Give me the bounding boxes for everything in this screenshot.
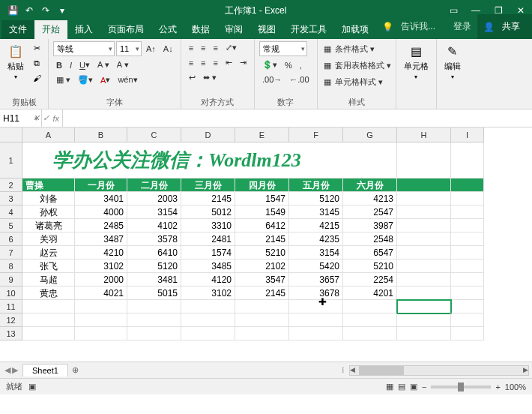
cell[interactable] — [235, 300, 289, 314]
cell[interactable] — [127, 300, 181, 314]
col-header-A[interactable]: A — [22, 128, 75, 142]
cell[interactable] — [343, 300, 397, 314]
tab-formulas[interactable]: 公式 — [151, 20, 184, 39]
h-scroll-thumb[interactable] — [359, 366, 404, 375]
fill-color-icon[interactable]: 🪣▾ — [75, 74, 96, 86]
cell[interactable]: 3987 — [343, 219, 397, 232]
cancel-fx-icon[interactable]: ✕ — [33, 113, 40, 123]
cell[interactable]: 4201 — [343, 286, 397, 300]
phonetic-icon[interactable]: wén▾ — [115, 74, 140, 86]
font-effect-a-icon[interactable]: A ▾ — [114, 58, 132, 71]
cell[interactable]: 2000 — [75, 273, 127, 286]
cell[interactable]: 四月份 — [235, 178, 289, 192]
cell[interactable]: 3678 — [289, 286, 343, 300]
row-headers[interactable]: 12345678910111213 — [0, 142, 22, 340]
cell[interactable]: 5012 — [181, 206, 235, 219]
cell[interactable] — [451, 260, 484, 273]
align-middle-icon[interactable]: ≡ — [198, 42, 208, 54]
cell[interactable]: 3145 — [289, 206, 343, 219]
col-header-G[interactable]: G — [343, 128, 397, 142]
font-name-select[interactable]: 等线 — [53, 41, 115, 56]
cell[interactable]: 3154 — [127, 206, 181, 219]
cell[interactable]: 4215 — [289, 219, 343, 232]
cell[interactable]: 4000 — [75, 206, 127, 219]
cell[interactable] — [75, 327, 127, 340]
wrap-text-icon[interactable]: ↩ — [186, 71, 199, 84]
row-header-5[interactable]: 5 — [0, 219, 22, 232]
cell[interactable]: 2102 — [235, 260, 289, 273]
row-header-2[interactable]: 2 — [0, 178, 22, 192]
cell[interactable]: 2254 — [343, 273, 397, 286]
indent-inc-icon[interactable]: ⇥ — [237, 56, 250, 69]
row-header-13[interactable]: 13 — [0, 327, 22, 340]
font-size-select[interactable]: 11 — [116, 41, 142, 56]
cell[interactable] — [397, 300, 451, 314]
percent-icon[interactable]: % — [282, 59, 295, 71]
cell[interactable]: 黄忠 — [22, 286, 75, 300]
cell[interactable] — [397, 260, 451, 273]
paste-button[interactable]: 📋 粘贴 ▾ — [4, 41, 27, 82]
col-header-H[interactable]: H — [397, 128, 451, 142]
tab-review[interactable]: 审阅 — [217, 20, 250, 39]
comma-icon[interactable]: , — [297, 59, 305, 71]
cell[interactable] — [451, 286, 484, 300]
align-center-icon[interactable]: ≡ — [198, 57, 208, 69]
cell[interactable]: 5210 — [343, 260, 397, 273]
cell[interactable]: 1547 — [235, 192, 289, 206]
login-link[interactable]: 登录 — [447, 17, 477, 36]
conditional-format-button[interactable]: ▦条件格式 ▾ — [322, 41, 375, 56]
font-color-a-icon[interactable]: A ▾ — [94, 58, 112, 71]
cell[interactable]: 6410 — [127, 246, 181, 260]
cell[interactable] — [289, 327, 343, 340]
cell[interactable]: 6412 — [235, 219, 289, 232]
tab-file[interactable]: 文件 — [1, 20, 34, 39]
indent-dec-icon[interactable]: ⇤ — [223, 56, 235, 69]
tab-data[interactable]: 数据 — [184, 20, 217, 39]
cell[interactable] — [451, 300, 484, 314]
cell[interactable] — [397, 142, 451, 178]
cell[interactable]: 4021 — [75, 286, 127, 300]
merge-icon[interactable]: ⬌ ▾ — [200, 71, 220, 84]
cell[interactable]: 3487 — [75, 232, 127, 246]
cell[interactable]: 2548 — [343, 232, 397, 246]
increase-font-icon[interactable]: A↑ — [143, 43, 159, 55]
cell[interactable]: 3578 — [127, 232, 181, 246]
tab-addins[interactable]: 加载项 — [334, 20, 376, 39]
cell[interactable]: 3102 — [181, 286, 235, 300]
number-format-select[interactable]: 常规 — [259, 41, 307, 56]
cell[interactable] — [22, 327, 75, 340]
cell[interactable] — [451, 178, 484, 192]
tab-home[interactable]: 开始 — [34, 20, 67, 39]
cell[interactable]: 2485 — [75, 219, 127, 232]
prev-sheet-icon[interactable]: ◀ — [4, 365, 10, 375]
horizontal-scroll[interactable]: ⁞ — [83, 365, 532, 376]
font-color-icon[interactable]: A▾ — [97, 74, 113, 86]
col-header-D[interactable]: D — [181, 128, 235, 142]
row-header-3[interactable]: 3 — [0, 192, 22, 206]
border-icon[interactable]: ▦ ▾ — [53, 74, 73, 86]
row-header-8[interactable]: 8 — [0, 260, 22, 273]
cell[interactable]: 孙权 — [22, 206, 75, 219]
row-header-11[interactable]: 11 — [0, 300, 22, 314]
select-all-corner[interactable] — [0, 128, 22, 142]
col-header-B[interactable]: B — [75, 128, 127, 142]
view-normal-icon[interactable]: ▦ — [386, 382, 393, 392]
view-page-icon[interactable]: ▤ — [398, 382, 405, 392]
col-header-I[interactable]: I — [451, 128, 484, 142]
cell[interactable]: 2145 — [235, 286, 289, 300]
cells-area[interactable]: 学办公关注微信：Wordlm123曹操一月份二月份三月份四月份五月份六月份刘备3… — [22, 142, 484, 340]
cell[interactable]: 六月份 — [343, 178, 397, 192]
cell[interactable] — [235, 327, 289, 340]
col-header-E[interactable]: E — [235, 128, 289, 142]
cell[interactable]: 刘备 — [22, 192, 75, 206]
cell[interactable]: 诸葛亮 — [22, 219, 75, 232]
cell-styles-button[interactable]: ▦单元格样式 ▾ — [322, 74, 383, 89]
cell[interactable] — [22, 314, 75, 327]
cell[interactable] — [451, 327, 484, 340]
cell[interactable]: 三月份 — [181, 178, 235, 192]
banner-cell[interactable]: 学办公关注微信：Wordlm123 — [22, 142, 397, 178]
cell[interactable]: 4120 — [181, 273, 235, 286]
editing-button[interactable]: ✎ 编辑 ▾ — [441, 41, 464, 82]
cell[interactable]: 3401 — [75, 192, 127, 206]
zoom-slider[interactable] — [431, 386, 491, 388]
